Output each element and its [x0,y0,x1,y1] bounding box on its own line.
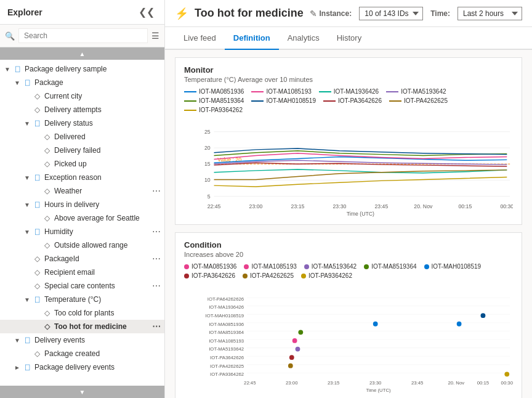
tree-item-package-delivery-events[interactable]: ► ⎕ Package delivery events ⋯ [0,360,164,374]
leaf-icon: ◇ [42,309,52,317]
tab-history[interactable]: History [328,27,370,50]
leaf-icon: ◇ [32,92,42,100]
tree-item-label: Special care contents [44,282,148,290]
instance-label: Instance: [320,9,352,18]
tree-item-label: PackageId [44,254,148,263]
leaf-icon: ◇ [32,282,42,290]
edit-icon[interactable]: ✎ [310,9,317,18]
tree-item-delivery-events[interactable]: ▼ ⎕ Delivery events ⋯ [0,333,164,347]
svg-text:00:30: 00:30 [501,380,513,386]
tree-item-pkg-delivery-sample[interactable]: ▼ ⎕ Package delivery sample ⋯ [0,62,164,76]
svg-point-45 [298,330,303,335]
context-menu-button[interactable]: ⋯ [148,254,164,264]
condition-legend-item: IOT-MA1085193 [244,263,296,270]
leaf-icon: ◇ [42,132,52,141]
svg-text:IOT-MA5193642: IOT-MA5193642 [209,346,244,352]
svg-text:IOT-PA3642626: IOT-PA3642626 [210,355,244,360]
svg-text:15: 15 [204,161,211,167]
tree-item-delivery-failed[interactable]: ◇ Delivery failed ⋯ [0,144,164,157]
monitor-panel: Monitor Temperature (°C) Average over 10… [175,57,522,225]
condition-legend-item: IOT-MA0851936 [184,263,236,270]
context-menu-button[interactable]: ⋯ [148,227,164,237]
tree-item-delivery-attempts[interactable]: ◇ Delivery attempts ⋯ [0,103,164,116]
tree-item-label: Delivered [54,132,148,141]
tree-item-package[interactable]: ▼ ⎕ Package ⋯ [0,76,164,89]
monitor-legend-item: IOT-PA4262625 [389,97,448,104]
chevron-icon: ▼ [22,229,32,235]
tree-item-above-avg-seattle[interactable]: ◇ Above average for Seattle ⋯ [0,211,164,225]
context-menu-button[interactable]: ⋯ [148,281,164,291]
tree-item-humidity[interactable]: ▼ ⎕ Humidity ⋯ [0,225,164,238]
search-filter-icon[interactable]: ☰ [151,31,159,41]
tree-item-delivered[interactable]: ◇ Delivered ⋯ [0,130,164,144]
tree-item-label: Recipient email [44,268,148,277]
tree-item-label: Current city [44,92,148,100]
svg-text:23:30: 23:30 [333,203,347,209]
monitor-legend-item: IOT-PA9364262 [184,107,243,113]
monitor-legend-item: IOT-MAH0108519 [251,97,316,104]
monitor-legend-item: IOT-MA8519364 [184,97,244,104]
monitor-svg: Temperature (°C) Value : 20 25 20 15 10 … [184,118,513,217]
tree-item-package-id[interactable]: ◇ PackageId ⋯ [0,252,164,266]
search-icon: 🔍 [5,31,15,41]
tree-item-label: Package delivery events [34,363,148,372]
svg-point-44 [457,322,462,327]
chevron-icon: ▼ [2,66,12,73]
search-input[interactable] [18,28,148,43]
tree-item-recipient-email[interactable]: ◇ Recipient email ⋯ [0,266,164,279]
tree-item-package-created[interactable]: ◇ Package created ⋯ [0,347,164,360]
tab-analytics[interactable]: Analytics [279,27,328,50]
tree-item-outside-allowed-range[interactable]: ◇ Outside allowed range ⋯ [0,238,164,252]
tree-item-too-cold-for-plants[interactable]: ◇ Too cold for plants ⋯ [0,306,164,320]
tree-item-current-city[interactable]: ◇ Current city ⋯ [0,89,164,103]
svg-text:Time (UTC): Time (UTC) [366,388,391,393]
svg-text:IOT-PA4262625: IOT-PA4262625 [210,363,244,369]
time-select[interactable]: Last 2 hoursLast 24 hoursLast 7 days [457,7,522,20]
tree-item-temperature-c[interactable]: ▼ ⎕ Temperature (°C) ⋯ [0,293,164,306]
leaf-icon: ◇ [32,254,42,263]
tree-item-label: Delivery status [44,119,148,128]
sidebar-collapse-button[interactable]: ❮❮ [136,5,157,19]
svg-point-48 [289,355,294,360]
context-menu-button[interactable]: ⋯ [148,322,164,331]
tree-item-label: Too hot for medicine [54,322,148,331]
tree-item-label: Picked up [54,160,148,168]
chevron-icon: ▼ [22,201,32,208]
tree-item-special-care-contents[interactable]: ◇ Special care contents ⋯ [0,279,164,293]
scroll-up-arrow[interactable]: ▲ [0,47,164,60]
search-container: 🔍 ☰ [0,25,164,47]
tree-item-too-hot-for-medicine[interactable]: ◇ Too hot for medicine ⋯ [0,320,164,333]
svg-text:5: 5 [208,193,211,200]
tree-item-exception-reason[interactable]: ▼ ⎕ Exception reason ⋯ [0,171,164,184]
group-icon: ⎕ [32,173,42,182]
svg-text:20. Nov: 20. Nov [448,380,464,386]
group-icon: ⎕ [32,295,42,304]
condition-panel: Condition Increases above 20 IOT-MA08519… [175,232,522,398]
instance-select[interactable]: 10 of 143 IDsAll IDs [359,7,423,20]
monitor-legend-item: IOT-MA0851936 [184,88,244,95]
chevron-icon: ▼ [22,120,32,127]
leaf-icon: ◇ [32,349,42,358]
tree-item-weather[interactable]: ◇ Weather ⋯ [0,184,164,198]
leaf-icon: ◇ [32,268,42,277]
monitor-legend-item: IOT-MA1936426 [319,88,379,95]
monitor-legend-item: IOT-MA5193642 [386,88,446,95]
tab-definition[interactable]: Definition [225,27,279,50]
tree-item-hours-in-delivery[interactable]: ▼ ⎕ Hours in delivery ⋯ [0,198,164,211]
svg-text:00:30: 00:30 [500,203,513,209]
tree-item-label: Delivery failed [54,146,148,155]
svg-text:IOT-MA0851936: IOT-MA0851936 [209,322,244,327]
scroll-down-arrow[interactable]: ▼ [0,386,164,398]
leaf-icon: ◇ [32,105,42,114]
tab-live-feed[interactable]: Live feed [175,27,225,50]
tree-item-picked-up[interactable]: ◇ Picked up ⋯ [0,157,164,171]
tree-item-delivery-status[interactable]: ▼ ⎕ Delivery status ⋯ [0,116,164,130]
leaf-icon: ◇ [42,214,52,222]
monitor-subtitle: Temperature (°C) Average over 10 minutes [184,76,513,83]
context-menu-button[interactable]: ⋯ [148,186,164,196]
svg-text:22:45: 22:45 [244,380,256,386]
svg-text:00:15: 00:15 [458,203,472,209]
alert-icon: ⚡ [175,7,188,20]
condition-legend-item: IOT-MAH0108519 [424,263,482,270]
content-area: Monitor Temperature (°C) Average over 10… [165,50,532,398]
